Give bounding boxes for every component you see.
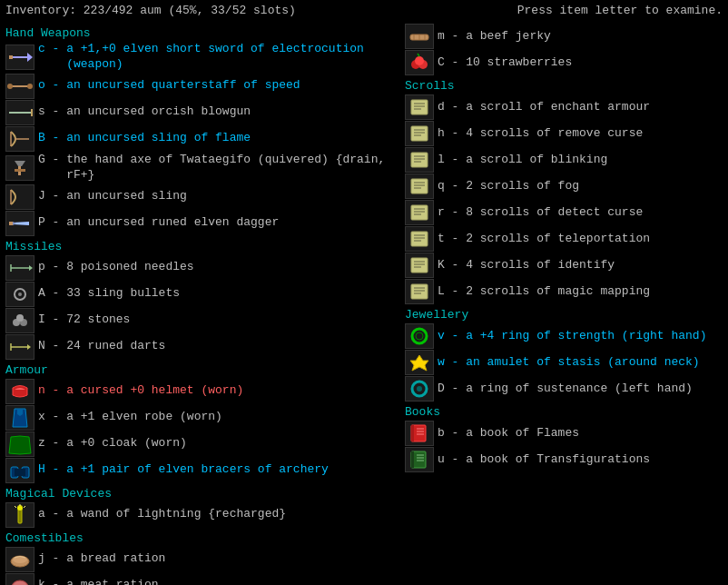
item-row[interactable]: x - a +1 elven robe (worn) [5,405,405,431]
item-icon-x [5,405,34,431]
item-text-u: u - a book of Transfigurations [438,452,723,468]
item-row[interactable]: o - an uncursed quarterstaff of speed [5,74,405,99]
item-text-G: G - the hand axe of Twataegifo (quivered… [38,153,405,183]
svg-rect-72 [411,258,428,273]
armour-header: Armour [5,363,405,377]
item-row[interactable]: B - an uncursed sling of flame [5,126,405,152]
item-row[interactable]: h - 4 scrolls of remove curse [405,121,723,146]
item-text-B: B - an uncursed sling of flame [38,131,405,146]
item-row[interactable]: j - a bread ration [5,547,405,572]
item-row[interactable]: z - a +0 cloak (worn) [5,431,405,457]
svg-rect-85 [411,425,414,441]
item-row[interactable]: s - an uncursed orcish blowgun [5,100,405,125]
item-icon-z [5,431,34,457]
item-row[interactable]: G - the hand axe of Twataegifo (quivered… [5,153,405,183]
item-row[interactable]: n - a cursed +0 helmet (worn) [5,379,405,404]
svg-line-35 [24,506,25,508]
item-text-P: P - an uncursed runed elven dagger [38,215,405,231]
item-row[interactable]: v - a +4 ring of strength (right hand) [405,323,723,349]
comestibles-header: Comestibles [5,531,405,545]
item-row[interactable]: A - 33 sling bullets [5,282,405,307]
prompt: Press item letter to examine. [517,4,723,17]
item-row[interactable]: I - 72 stones [5,308,405,333]
item-icon-o [5,74,34,99]
item-row[interactable]: K - 4 scrolls of identify [405,253,723,278]
item-row[interactable]: L - 2 scrolls of magic mapping [405,279,723,304]
item-icon-n [5,379,34,404]
svg-point-80 [412,329,427,343]
item-text-s: s - an uncursed orcish blowgun [38,104,405,120]
item-row[interactable]: q - 2 scrolls of fog [405,174,723,199]
hand-weapons-header: Hand Weapons [5,26,405,40]
item-row[interactable]: b - a book of Flames [405,421,723,446]
svg-rect-56 [411,153,428,167]
item-text-C: C - 10 strawberries [438,55,723,71]
svg-line-47 [418,54,419,56]
item-row[interactable]: C - 10 strawberries [405,50,723,75]
item-icon-p [5,255,34,281]
item-icon-v [405,323,434,349]
item-row[interactable]: P - an uncursed runed elven dagger [5,211,405,236]
item-row[interactable]: a - a wand of lightning {recharged} [5,502,405,528]
item-row[interactable]: r - 8 scrolls of detect curse [405,200,723,225]
item-text-r: r - 8 scrolls of detect curse [438,205,723,221]
item-row[interactable]: D - a ring of sustenance (left hand) [405,376,723,402]
item-icon-C [405,50,434,75]
missiles-header: Missiles [5,240,405,253]
item-icon-I [5,308,34,333]
item-row[interactable]: l - a scroll of blinking [405,147,723,173]
svg-marker-18 [29,265,33,271]
svg-point-4 [7,84,13,89]
item-row[interactable]: J - an uncursed sling [5,184,405,210]
item-icon-D [405,376,434,402]
svg-point-24 [16,314,24,322]
item-row[interactable]: u - a book of Transfigurations [405,447,723,472]
item-icon-d [405,94,434,120]
item-icon-l [405,147,434,173]
item-text-p: p - 8 poisoned needles [38,260,405,275]
item-text-A: A - 33 sling bullets [38,286,405,302]
item-icon-A [5,282,34,307]
item-text-j: j - a bread ration [38,551,405,567]
item-row[interactable]: H - a +1 pair of elven bracers of archer… [5,458,405,483]
header: Inventory: 223/492 aum (45%, 33/52 slots… [5,4,723,17]
item-icon-k [5,573,34,585]
item-icon-j [5,547,34,572]
svg-rect-16 [9,222,13,225]
item-icon-s [5,100,34,125]
item-icon-P [5,211,34,236]
item-row[interactable]: d - a scroll of enchant armour [405,94,723,120]
item-text-c: c - a +1,+0 elven short sword of electro… [38,42,405,73]
svg-rect-30 [15,469,25,476]
item-text-D: D - a ring of sustenance (left hand) [438,382,723,397]
item-row[interactable]: t - 2 scrolls of teleportation [405,226,723,252]
svg-point-81 [416,332,423,340]
svg-point-46 [415,56,424,65]
left-column: Hand Weapons c - a +1,+0 elven short swo… [5,23,405,585]
svg-rect-3 [10,85,30,87]
item-text-w: w - an amulet of stasis (around neck) [438,355,723,371]
item-icon-G [5,155,34,181]
item-row[interactable]: c - a +1,+0 elven short sword of electro… [5,42,405,73]
item-text-I: I - 72 stones [38,312,405,328]
item-icon-L [405,279,434,304]
main-layout: Hand Weapons c - a +1,+0 elven short swo… [5,23,723,585]
svg-rect-2 [9,55,13,59]
svg-rect-90 [411,451,414,468]
item-text-K: K - 4 scrolls of identify [438,258,723,273]
item-row[interactable]: k - a meat ration [5,573,405,585]
item-row[interactable]: w - an amulet of stasis (around neck) [405,350,723,375]
item-text-a: a - a wand of lightning {recharged} [38,507,405,522]
item-text-N: N - 24 runed darts [38,339,405,354]
item-text-z: z - a +0 cloak (worn) [38,436,405,451]
item-icon-H [5,458,34,483]
item-row[interactable]: N - 24 runed darts [5,334,405,360]
svg-rect-52 [411,126,428,141]
item-icon-w [405,350,434,375]
item-icon-K [405,253,434,278]
item-icon-m [405,24,434,49]
item-row[interactable]: p - 8 poisoned needles [5,255,405,281]
svg-rect-48 [411,100,428,114]
svg-rect-68 [411,232,428,246]
item-row[interactable]: m - a beef jerky [405,24,723,49]
